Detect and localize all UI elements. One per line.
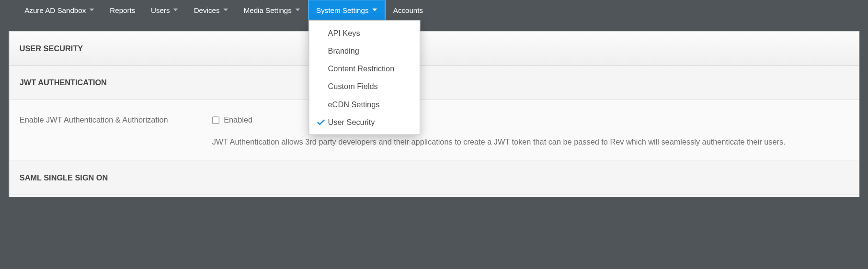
dropdown-item-api-keys[interactable]: API Keys xyxy=(309,24,420,42)
dropdown-label: Branding xyxy=(328,46,359,56)
check-icon xyxy=(317,119,328,125)
page-title: USER SECURITY xyxy=(10,32,859,66)
nav-azure-ad-sandbox[interactable]: Azure AD Sandbox xyxy=(17,0,102,20)
nav-label: Media Settings xyxy=(244,6,292,14)
dropdown-label: Content Restriction xyxy=(328,64,395,73)
jwt-row: Enable JWT Authentication & Authorizatio… xyxy=(10,100,859,161)
chevron-down-icon xyxy=(173,8,178,11)
page-body: USER SECURITY JWT AUTHENTICATION Enable … xyxy=(0,20,868,197)
dropdown-item-ecdn-settings[interactable]: eCDN Settings xyxy=(309,95,420,113)
dropdown-item-user-security[interactable]: User Security xyxy=(309,113,420,131)
dropdown-item-branding[interactable]: Branding xyxy=(309,42,420,59)
chevron-down-icon xyxy=(89,8,94,11)
chevron-down-icon xyxy=(223,8,228,11)
nav-accounts[interactable]: Accounts xyxy=(385,0,431,20)
nav-label: Users xyxy=(151,6,170,14)
saml-heading: SAML SINGLE SIGN ON xyxy=(10,161,859,195)
nav-label: Azure AD Sandbox xyxy=(24,6,86,14)
chevron-down-icon xyxy=(372,8,377,11)
jwt-description: JWT Authentication allows 3rd party deve… xyxy=(212,136,848,147)
settings-panel: USER SECURITY JWT AUTHENTICATION Enable … xyxy=(9,31,859,197)
jwt-heading: JWT AUTHENTICATION xyxy=(10,66,859,100)
dropdown-label: User Security xyxy=(328,118,375,127)
nav-media-settings[interactable]: Media Settings xyxy=(236,0,308,20)
nav-label: Accounts xyxy=(393,6,423,14)
nav-users[interactable]: Users xyxy=(143,0,186,20)
nav-devices[interactable]: Devices xyxy=(186,0,236,20)
jwt-control: Enabled JWT Authentication allows 3rd pa… xyxy=(212,115,849,155)
nav-label: Reports xyxy=(110,6,135,14)
dropdown-item-custom-fields[interactable]: Custom Fields xyxy=(309,78,420,95)
dropdown-label: eCDN Settings xyxy=(328,100,380,109)
chevron-down-icon xyxy=(295,8,300,11)
nav-label: System Settings xyxy=(316,6,368,14)
dropdown-label: API Keys xyxy=(328,28,360,37)
nav-reports[interactable]: Reports xyxy=(102,0,143,20)
dropdown-item-content-restriction[interactable]: Content Restriction xyxy=(309,60,420,78)
top-nav: Azure AD Sandbox Reports Users Devices M… xyxy=(0,0,868,20)
nav-label: Devices xyxy=(194,6,220,14)
saml-row: Enable Single Sign On Enabled xyxy=(10,195,859,197)
system-settings-dropdown: API Keys Branding Content Restriction Cu… xyxy=(308,20,420,135)
jwt-label: Enable JWT Authentication & Authorizatio… xyxy=(20,115,212,155)
nav-system-settings[interactable]: System Settings API Keys Branding Conten… xyxy=(308,0,386,20)
jwt-checkbox-label: Enabled xyxy=(224,115,252,124)
jwt-enabled-checkbox[interactable] xyxy=(212,116,219,123)
dropdown-label: Custom Fields xyxy=(328,82,378,91)
